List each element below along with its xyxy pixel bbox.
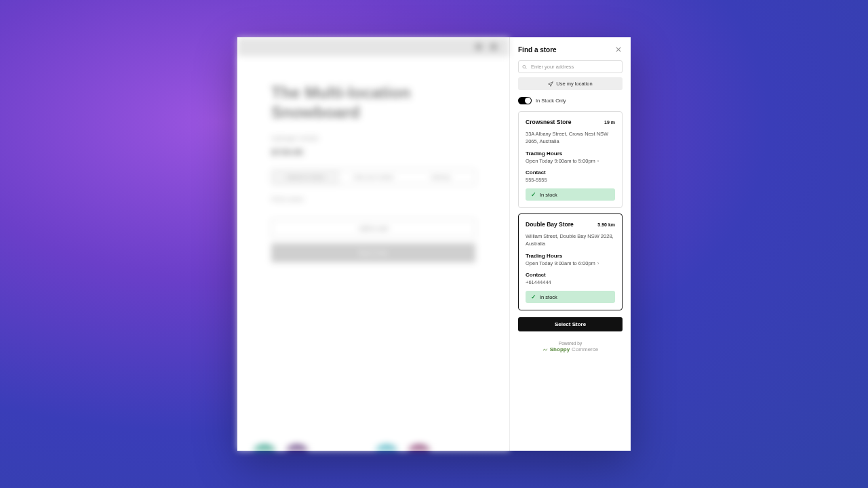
powered-by-label: Powered by <box>518 341 623 346</box>
tab-delivery: Delivery <box>407 170 475 184</box>
contact-title: Contact <box>526 272 615 278</box>
contact-value: +61444444 <box>526 279 615 285</box>
tab-search-store: Search in Store <box>272 170 340 184</box>
app-window: The Multi-location Snowboard Hydrogen Ve… <box>237 37 631 451</box>
svg-point-0 <box>523 65 526 68</box>
store-distance: 5.90 km <box>597 222 615 227</box>
in-stock-toggle[interactable] <box>518 97 532 104</box>
store-name: Double Bay Store <box>526 221 574 228</box>
store-name: Crowsnest Store <box>526 119 572 125</box>
chevron-right-icon: › <box>597 260 599 266</box>
stock-label: In stock <box>540 192 557 198</box>
product-title: The Multi-location Snowboard <box>271 83 475 123</box>
powered-by: Powered by Shoppy Commerce <box>518 341 623 352</box>
chevron-right-icon: › <box>597 158 599 164</box>
brand-logo-icon <box>542 347 548 352</box>
product-price: $729.95 <box>271 147 475 157</box>
panel-title: Find a store <box>518 46 557 54</box>
store-card[interactable]: Double Bay Store 5.90 km William Street,… <box>518 214 623 310</box>
in-stock-label: In Stock Only <box>536 98 566 104</box>
find-store-panel: Find a store Use my location In Stock On… <box>510 37 631 451</box>
use-location-label: Use my location <box>556 81 592 87</box>
select-store-button[interactable]: Select Store <box>518 317 623 331</box>
trading-hours-title: Trading Hours <box>526 253 615 259</box>
brand-name: Shoppy <box>550 346 570 352</box>
product-thumbnail <box>283 444 311 451</box>
close-button[interactable] <box>614 45 623 54</box>
buy-now-button: Buy it now <box>271 243 475 262</box>
product-thumbnail <box>406 444 433 451</box>
product-thumbnail <box>251 444 278 451</box>
location-arrow-icon <box>548 81 553 87</box>
fulfillment-tabs: Search in Store Click and Collect Delive… <box>271 169 475 185</box>
cart-icon <box>490 43 497 50</box>
product-page-blurred: The Multi-location Snowboard Hydrogen Ve… <box>237 37 509 451</box>
trading-hours[interactable]: Open Today 9:00am to 6:00pm › <box>526 260 615 266</box>
brand-sub: Commerce <box>572 346 598 352</box>
store-address: William Street, Double Bay NSW 2028, Aus… <box>526 233 615 247</box>
find-store-label: Find a store <box>271 196 475 203</box>
tab-click-collect: Click and Collect <box>340 170 408 184</box>
check-icon: ✓ <box>531 191 536 198</box>
product-thumbnail <box>373 444 400 451</box>
search-icon <box>522 64 527 69</box>
stock-badge: ✓ In stock <box>526 291 615 303</box>
store-distance: 19 m <box>604 120 615 125</box>
store-card[interactable]: Crowsnest Store 19 m 33A Albany Street, … <box>518 111 623 208</box>
contact-value: 555-5555 <box>526 177 615 183</box>
product-vendor: Hydrogen Vendor <box>271 135 475 142</box>
contact-title: Contact <box>526 169 615 176</box>
add-to-cart-button: Add to cart <box>271 219 475 238</box>
stock-label: In stock <box>540 294 557 300</box>
close-icon <box>616 47 621 52</box>
check-icon: ✓ <box>531 293 536 300</box>
stock-badge: ✓ In stock <box>526 188 615 201</box>
address-input[interactable] <box>518 60 623 73</box>
trading-hours-title: Trading Hours <box>526 150 615 157</box>
search-icon <box>475 43 482 50</box>
store-address: 33A Albany Street, Crows Nest NSW 2065, … <box>526 131 615 145</box>
use-my-location-button[interactable]: Use my location <box>518 77 623 90</box>
trading-hours[interactable]: Open Today 9:00am to 5:00pm › <box>526 158 615 164</box>
